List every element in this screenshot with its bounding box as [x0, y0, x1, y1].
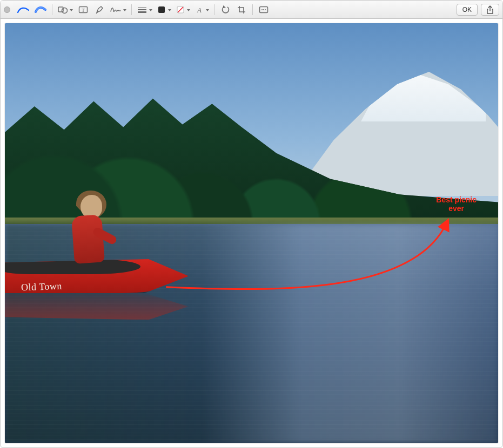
svg-text:T: T [82, 8, 85, 13]
fill-color-icon [176, 5, 185, 14]
markup-toolbar: T A [1, 1, 502, 19]
crop-tool[interactable] [233, 3, 250, 16]
text-tool[interactable]: T [75, 3, 91, 16]
line-style-icon [137, 6, 147, 13]
svg-point-1 [62, 8, 68, 13]
shapes-tool[interactable] [55, 3, 75, 16]
shapes-icon [58, 5, 68, 14]
rotate-icon [221, 5, 230, 14]
sketch-icon [17, 5, 29, 14]
draw-tool[interactable] [32, 3, 49, 16]
svg-rect-7 [158, 6, 165, 13]
close-window-button[interactable] [4, 6, 10, 13]
line-style-tool[interactable] [135, 3, 155, 16]
highlight-tool[interactable] [91, 3, 108, 16]
toolbar-separator [252, 4, 253, 15]
svg-point-14 [265, 9, 266, 10]
svg-text:A: A [197, 6, 202, 14]
annotate-tool[interactable] [256, 3, 272, 16]
svg-point-12 [261, 9, 263, 10]
annotate-icon [259, 6, 269, 13]
rotate-tool[interactable] [217, 3, 233, 16]
annotation-text[interactable]: Best picnic ever [436, 196, 477, 213]
image-canvas[interactable]: Old Town Best picnic ever [5, 23, 498, 443]
crop-icon [237, 5, 246, 14]
ok-button[interactable]: OK [457, 4, 478, 16]
signature-icon [110, 6, 121, 13]
fill-color-tool[interactable] [173, 3, 192, 16]
toolbar-separator [214, 4, 214, 15]
border-color-tool[interactable] [155, 3, 173, 16]
sign-tool[interactable] [108, 3, 129, 16]
photo-person [69, 192, 117, 273]
font-icon: A [195, 5, 204, 14]
highlighter-icon [95, 5, 104, 14]
border-color-icon [157, 5, 166, 14]
share-icon [486, 5, 494, 14]
toolbar-separator [52, 4, 52, 15]
sketch-tool[interactable] [15, 3, 32, 16]
toolbar-separator [131, 4, 132, 15]
text-icon: T [78, 5, 88, 14]
share-button[interactable] [481, 4, 499, 16]
svg-point-13 [263, 9, 264, 10]
text-style-tool[interactable]: A [192, 3, 211, 16]
brush-icon [35, 5, 46, 14]
